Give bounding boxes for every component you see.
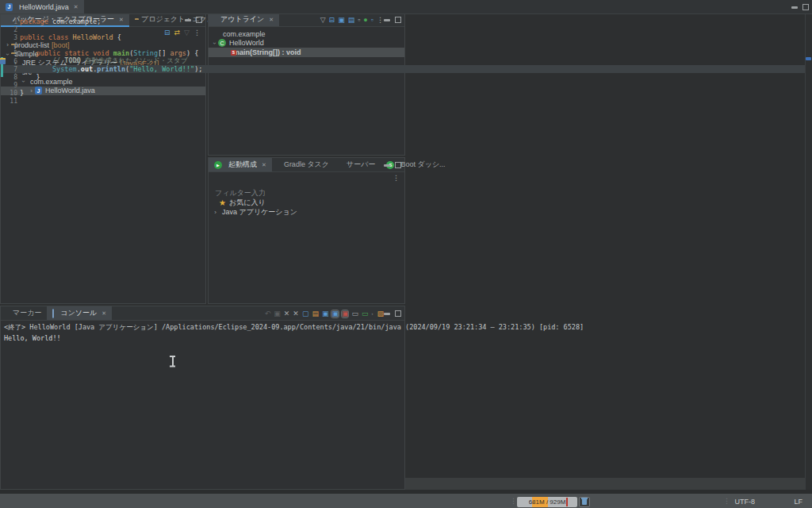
code-line-9: 9	[0, 81, 812, 89]
maximize-icon[interactable]	[802, 4, 809, 10]
mouse-cursor-ibeam	[169, 356, 176, 367]
trash-icon	[582, 499, 587, 505]
code-line-10: 10 }	[0, 89, 812, 97]
code-area[interactable]: 1 package com.example; 2 3 public class …	[0, 14, 812, 508]
garbage-collect-button[interactable]	[579, 497, 590, 507]
line-ending-indicator[interactable]: LF	[794, 498, 802, 506]
task-marker-icon[interactable]	[0, 58, 6, 64]
tab-label: HelloWorld.java	[19, 3, 69, 11]
code-line-6: 6 // TODO 自動生成されたメソッド・スタブ	[0, 57, 812, 65]
encoding-indicator[interactable]: UTF-8	[735, 498, 756, 506]
code-line-7-current: 7 System.out.println("Hello, World!!");	[0, 65, 812, 73]
code-line-3: 3 public class HelloWorld {	[0, 33, 812, 41]
java-file-icon: J	[6, 3, 13, 11]
close-icon[interactable]: ✕	[74, 4, 79, 10]
overview-ruler[interactable]	[805, 14, 812, 508]
status-bar: ⋮ 681M / 929M ⋮ UTF-8 LF	[0, 490, 812, 508]
code-line-4: 4	[0, 41, 812, 49]
minimize-icon[interactable]	[791, 6, 798, 9]
editor-panel: J HelloWorld.java ✕ 1 package com.exampl…	[0, 0, 812, 478]
drag-handle[interactable]: ⋮	[510, 497, 516, 505]
task-overview-marker[interactable]	[806, 57, 811, 60]
heap-text: 681M / 929M	[517, 497, 577, 507]
launch-marker-icon[interactable]	[17, 51, 21, 56]
heap-bar: 681M / 929M	[517, 497, 577, 507]
code-line-1: 1 package com.example;	[0, 17, 812, 25]
drag-handle[interactable]: ⋮	[723, 497, 730, 505]
code-line-11: 11	[0, 97, 812, 105]
code-line-2: 2	[0, 25, 812, 33]
heap-monitor: 681M / 929M	[517, 497, 590, 507]
eclipse-window: ❐› ▣ ▤ ↶ ↷ ▢ ✎ ⚑ ⟳ ¶ ▣ ⚙ ◷ ●› ▶› ✱› › ▣›…	[0, 0, 812, 508]
code-line-8: 8 }	[0, 73, 812, 81]
tab-editor-helloworld[interactable]: J HelloWorld.java ✕	[0, 0, 84, 13]
